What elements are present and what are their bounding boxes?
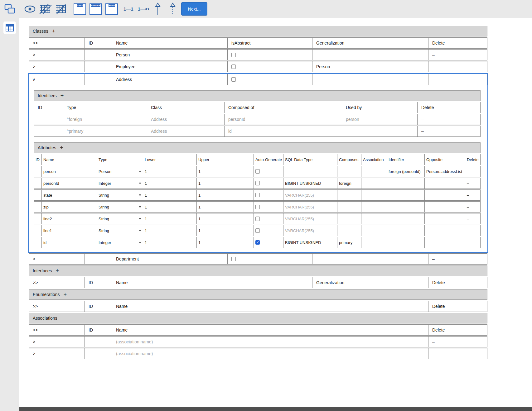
delete-button[interactable]: – xyxy=(465,178,480,189)
delete-button[interactable]: – xyxy=(465,225,480,236)
expand-all-button[interactable]: >> xyxy=(29,277,85,288)
delete-button[interactable]: – xyxy=(428,74,487,85)
class-name-field[interactable]: Address xyxy=(112,74,227,85)
delete-button[interactable]: – xyxy=(428,337,487,347)
isabstract-checkbox[interactable] xyxy=(231,77,236,82)
table-view-button[interactable] xyxy=(3,22,16,34)
next-button[interactable]: Next... xyxy=(181,2,207,16)
row-expander[interactable]: > xyxy=(29,348,85,359)
row-expander[interactable]: > xyxy=(29,337,85,347)
attr-name-field[interactable]: zip xyxy=(41,202,97,212)
add-interface-button[interactable]: Interface xyxy=(89,3,102,15)
delete-button[interactable]: – xyxy=(428,50,487,60)
attr-upper-field[interactable]: 1 xyxy=(196,225,254,236)
class-name-field[interactable]: Person xyxy=(112,50,227,60)
attr-name-field[interactable]: state xyxy=(41,190,97,200)
class-generalization-field[interactable] xyxy=(312,254,428,264)
realization-dashed-arrow-icon[interactable] xyxy=(169,2,176,16)
isabstract-checkbox[interactable] xyxy=(231,257,236,261)
attr-composes-cell[interactable] xyxy=(337,190,361,200)
association-name-field[interactable]: (association name) xyxy=(112,337,428,347)
attr-upper-field[interactable]: 1 xyxy=(196,213,254,224)
class-generalization-field[interactable] xyxy=(312,74,428,85)
class-generalization-field[interactable] xyxy=(312,50,428,60)
attr-lower-field[interactable]: 1 xyxy=(143,237,196,248)
auto-generate-checkbox[interactable] xyxy=(255,228,260,233)
attr-lower-field[interactable]: 1 xyxy=(143,213,196,224)
attr-composes-cell[interactable] xyxy=(337,166,361,177)
delete-button[interactable]: – xyxy=(465,190,480,200)
add-class-row-button[interactable]: + xyxy=(52,28,56,34)
attr-composes-cell[interactable] xyxy=(337,202,361,212)
isabstract-checkbox[interactable] xyxy=(231,53,236,57)
attr-composes-cell[interactable]: primary xyxy=(337,237,361,248)
auto-generate-checkbox[interactable] xyxy=(255,193,260,197)
attr-sql-field[interactable] xyxy=(283,166,337,177)
expand-all-button[interactable]: >> xyxy=(29,38,85,48)
attr-name-field[interactable]: personId xyxy=(41,178,97,189)
attr-name-field[interactable]: line2 xyxy=(41,213,97,224)
add-class-button[interactable]: Class xyxy=(74,3,86,15)
eye-icon[interactable] xyxy=(24,3,36,15)
grid-slash-icon[interactable] xyxy=(54,3,67,15)
auto-generate-checkbox[interactable] xyxy=(255,169,260,174)
attr-upper-field[interactable]: 1 xyxy=(196,202,254,212)
delete-button[interactable]: – xyxy=(428,254,487,264)
generalization-arrow-icon[interactable] xyxy=(154,2,161,16)
attr-lower-field[interactable]: 1 xyxy=(143,190,196,200)
attr-sql-field[interactable]: VARCHAR(255) xyxy=(283,225,337,236)
attr-type-select[interactable]: String xyxy=(97,225,143,236)
attr-sql-field[interactable]: VARCHAR(255) xyxy=(283,190,337,200)
add-identifier-button[interactable]: + xyxy=(60,93,64,98)
association-name-field[interactable]: (association name) xyxy=(112,348,428,359)
attr-name-field[interactable]: id xyxy=(41,237,97,248)
attr-type-select[interactable]: String xyxy=(97,213,143,224)
delete-button[interactable]: – xyxy=(428,61,487,72)
attr-sql-field[interactable]: VARCHAR(255) xyxy=(283,213,337,224)
expand-all-button[interactable]: >> xyxy=(29,301,85,312)
attr-composes-cell[interactable]: foreign xyxy=(337,178,361,189)
attr-type-select[interactable]: String xyxy=(97,202,143,212)
attr-lower-field[interactable]: 1 xyxy=(143,166,196,177)
one-to-many-tool-button[interactable]: 1—<• xyxy=(138,6,149,12)
auto-generate-checkbox[interactable] xyxy=(255,240,260,245)
expand-all-button[interactable]: >> xyxy=(29,325,85,335)
attr-upper-field[interactable]: 1 xyxy=(196,190,254,200)
attr-upper-field[interactable]: 1 xyxy=(196,178,254,189)
attr-composes-cell[interactable] xyxy=(337,225,361,236)
add-enum-button[interactable]: Enum xyxy=(105,3,118,15)
attr-type-select[interactable]: Person xyxy=(97,166,143,177)
attr-lower-field[interactable]: 1 xyxy=(143,178,196,189)
isabstract-checkbox[interactable] xyxy=(231,65,236,69)
delete-button[interactable]: – xyxy=(465,202,480,212)
row-expander[interactable]: > xyxy=(29,61,85,72)
delete-button[interactable]: – xyxy=(417,114,480,125)
attr-sql-field[interactable]: VARCHAR(255) xyxy=(283,202,337,212)
delete-button[interactable]: – xyxy=(417,126,480,136)
attr-name-field[interactable]: person xyxy=(41,166,97,177)
attr-name-field[interactable]: line1 xyxy=(41,225,97,236)
row-expander[interactable]: v xyxy=(29,74,85,85)
add-enumeration-row-button[interactable]: + xyxy=(63,292,67,297)
attr-composes-cell[interactable] xyxy=(337,213,361,224)
class-name-field[interactable]: Department xyxy=(112,254,227,264)
attr-sql-field[interactable]: BIGINT UNSIGNED xyxy=(283,178,337,189)
auto-generate-checkbox[interactable] xyxy=(255,181,260,185)
add-attribute-button[interactable]: + xyxy=(60,145,63,151)
auto-generate-checkbox[interactable] xyxy=(255,217,260,221)
delete-button[interactable]: – xyxy=(465,213,480,224)
attr-type-select[interactable]: Integer xyxy=(97,178,143,189)
delete-button[interactable]: – xyxy=(428,348,487,359)
grid-crossed-icon[interactable] xyxy=(39,3,52,15)
delete-button[interactable]: – xyxy=(465,166,480,177)
attr-lower-field[interactable]: 1 xyxy=(143,202,196,212)
auto-generate-checkbox[interactable] xyxy=(255,205,260,209)
one-to-one-tool-button[interactable]: 1—1 xyxy=(123,6,133,12)
class-generalization-field[interactable]: Person xyxy=(312,61,428,72)
cascade-windows-icon[interactable] xyxy=(4,3,16,15)
attr-sql-field[interactable]: BIGINT UNSIGNED xyxy=(283,237,337,248)
attr-type-select[interactable]: Integer xyxy=(97,237,143,248)
class-name-field[interactable]: Employee xyxy=(112,61,227,72)
row-expander[interactable]: > xyxy=(29,50,85,60)
attr-upper-field[interactable]: 1 xyxy=(196,166,254,177)
